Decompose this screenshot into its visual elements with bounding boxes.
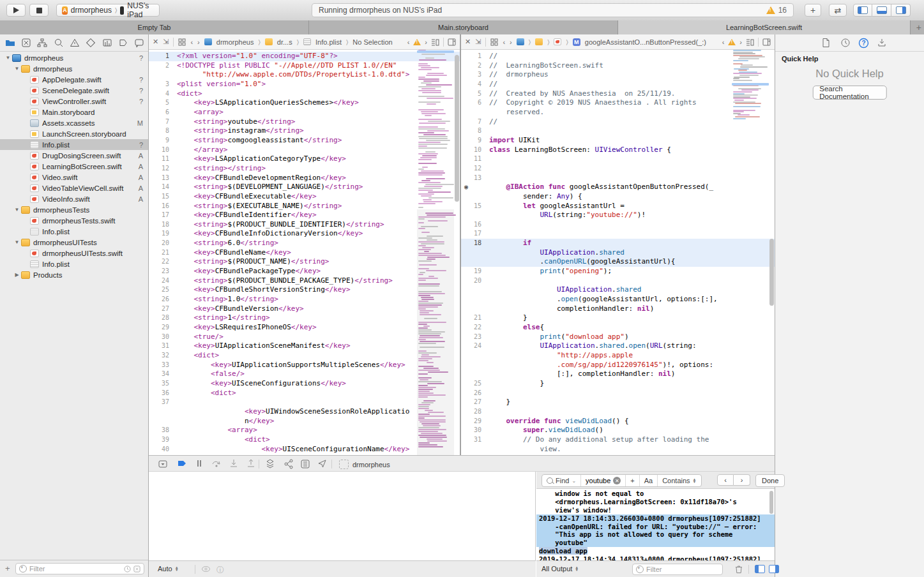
tree-item-assets-xcassets[interactable]: Assets.xcassetsM [0,117,148,128]
find-input[interactable]: youtube ✕ [580,475,625,486]
tree-item-videotableviewcell-swift[interactable]: VideoTableViewCell.swiftA [0,183,148,193]
quick-help-inspector-icon[interactable]: ? [858,38,868,48]
disclosure-triangle-icon[interactable]: ▼ [13,239,21,245]
breadcrumb-project-icon[interactable] [517,38,524,45]
find-done-button[interactable]: Done [755,474,785,487]
disclosure-triangle-icon[interactable]: ▼ [13,66,21,71]
clear-console-icon[interactable] [734,564,745,574]
back-icon[interactable]: ‹ [190,38,193,46]
project-navigator-icon[interactable] [5,38,15,48]
tree-item-main-storyboard[interactable]: Main.storyboard [0,107,148,117]
add-criteria-button[interactable]: + [625,475,639,486]
breakpoints-toggle-icon[interactable] [177,459,187,469]
step-out-icon[interactable] [246,459,257,469]
library-button[interactable]: + [805,4,821,17]
editor-options-icon[interactable] [746,38,754,46]
plist-scrollbar[interactable] [455,55,459,202]
related-items-icon[interactable] [490,38,498,46]
find-previous-button[interactable]: ‹ [717,474,734,486]
tree-item-drmorpheusuitests-swift[interactable]: drmorpheusUITests.swift [0,248,148,259]
breadcrumb-project[interactable]: drmorpheus [216,38,254,46]
quick-look-icon[interactable] [201,565,211,575]
recent-files-icon[interactable] [124,566,131,573]
breadcrumb-method[interactable]: googleAssistantO...nButtonPressed(_:) [585,38,706,46]
next-issue-icon[interactable]: › [425,38,427,46]
find-mode-dropdown[interactable]: Find⌄ [542,475,580,486]
find-navigator-icon[interactable] [54,38,64,48]
tab-learningbotscreen[interactable]: LearningBotScreen.swift [618,20,911,34]
tree-item-viewcontroller-swift[interactable]: ViewController.swift? [0,96,148,107]
focus-editor-icon[interactable]: ⇲ [475,38,481,46]
prev-issue-icon[interactable]: ‹ [407,38,410,46]
tree-item-drmorpheus[interactable]: ▼drmorpheus [0,63,148,74]
breakpoint-navigator-icon[interactable] [118,38,128,48]
report-navigator-icon[interactable] [134,38,144,48]
plist-source-code[interactable]: 1<?xml version="1.0" encoding="UTF-8"?>2… [149,50,460,455]
issue-warning-icon[interactable] [728,39,736,45]
history-inspector-icon[interactable] [840,38,851,48]
add-tab-button[interactable]: + [916,22,921,33]
issue-warning-icon[interactable] [413,39,421,45]
breadcrumb-group[interactable]: dr...s [277,38,292,46]
issue-navigator-icon[interactable] [70,38,80,48]
process-selector[interactable]: drmorpheus [339,460,390,469]
tree-item-drugdosingscreen-swift[interactable]: DrugDosingScreen.swiftA [0,150,148,161]
breadcrumb-file-icon[interactable] [554,38,561,45]
debug-navigator-icon[interactable] [102,38,112,48]
source-control-status-icon[interactable] [133,566,140,573]
swift-minimap[interactable] [732,50,769,455]
breadcrumb-selection[interactable]: No Selection [352,38,392,46]
memory-graph-icon[interactable] [284,459,294,469]
back-icon[interactable]: ‹ [503,38,505,46]
step-into-icon[interactable] [229,459,239,469]
forward-icon[interactable]: › [197,38,200,46]
add-editor-icon[interactable] [448,38,456,46]
contains-dropdown[interactable]: Contains ▲▼ [657,475,701,486]
prev-issue-icon[interactable]: ‹ [722,38,725,46]
disclosure-triangle-icon[interactable]: ▼ [13,207,21,213]
tree-item-learningbotscreen-swift[interactable]: LearningBotScreen.swiftA [0,161,148,172]
info-icon[interactable]: ⓘ [216,565,227,575]
accessibility-inspector-icon[interactable] [877,38,887,48]
source-control-navigator-icon[interactable] [21,38,31,48]
add-file-button[interactable]: + [5,564,10,573]
tree-item-drmorpheustests[interactable]: ▼drmorpheusTests [0,204,148,215]
tab-main-storyboard[interactable]: Main.storyboard [309,20,618,34]
focus-editor-icon[interactable]: ⇲ [163,38,169,46]
close-editor-icon[interactable]: ✕ [465,38,471,46]
view-debugger-icon[interactable] [265,459,275,469]
tab-empty[interactable]: Empty Tab [0,20,309,34]
breadcrumb-file[interactable]: Info.plist [315,38,342,46]
toggle-inspector-button[interactable] [891,4,911,17]
navigator-filter-field[interactable]: Filter [15,563,144,574]
toggle-debug-area-button[interactable] [872,4,891,17]
tree-item-drmorpheus[interactable]: ▼drmorpheus? [0,52,148,63]
console-scrollbar[interactable] [769,491,773,514]
forward-icon[interactable]: › [510,38,512,46]
file-inspector-icon[interactable] [821,38,831,48]
tree-item-info-plist[interactable]: Info.plist [0,259,148,269]
variables-scope-dropdown[interactable]: Auto ▲▼ [158,565,179,573]
hide-debug-area-icon[interactable] [158,459,168,469]
search-documentation-button[interactable]: Search Documentation [812,86,887,100]
disclosure-triangle-icon[interactable]: ▶ [13,272,21,278]
step-over-icon[interactable] [211,459,222,469]
stop-button[interactable] [29,4,49,17]
swift-source-code[interactable]: 1//2// LearningBotScreen.swift3// drmorp… [461,50,775,455]
tree-item-drmorpheustests-swift[interactable]: drmorpheusTests.swift [0,215,148,226]
toggle-navigator-button[interactable] [853,4,872,17]
run-button[interactable] [6,4,26,17]
console-output[interactable]: window is not equal to <drmorpheus.Learn… [536,488,775,560]
tree-item-videoinfo-swift[interactable]: VideoInfo.swiftA [0,193,148,204]
match-case-button[interactable]: Aa [639,475,657,486]
tree-item-appdelegate-swift[interactable]: AppDelegate.swift? [0,74,148,85]
clear-search-icon[interactable]: ✕ [613,477,621,484]
swift-scrollbar[interactable] [769,239,774,306]
symbol-navigator-icon[interactable] [37,38,47,48]
variables-view[interactable] [149,472,536,560]
editor-arrows-button[interactable]: ⇄ [829,4,847,17]
test-navigator-icon[interactable] [86,38,96,48]
output-scope-dropdown[interactable]: All Output ▲▼ [542,565,579,573]
simulate-location-icon[interactable] [317,459,328,469]
issue-counter[interactable]: 16 [766,6,787,15]
